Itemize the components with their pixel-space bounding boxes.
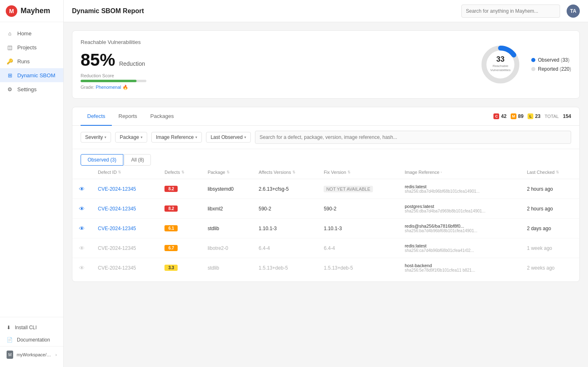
svg-text:Vulnerabilities: Vulnerabilities <box>490 68 511 72</box>
sidebar-label-runs: Runs <box>17 58 30 65</box>
cell-fix: 590-2 <box>317 199 398 219</box>
tab-defects[interactable]: Defects <box>81 107 112 126</box>
cell-score: 8.2 <box>158 199 201 219</box>
cve-id[interactable]: CVE-2024-12345 <box>98 186 136 192</box>
cell-package: stdlib <box>201 219 252 238</box>
reduction-display: 85% Reduction <box>81 50 461 70</box>
table-search-input[interactable] <box>255 131 571 144</box>
cve-id[interactable]: CVE-2024-12345 <box>98 226 136 231</box>
sidebar-install-cli[interactable]: ⬇ Install CLI <box>0 321 63 334</box>
cell-cve: CVE-2024-12345 <box>91 219 158 238</box>
eye-icon[interactable]: 👁 <box>79 186 85 192</box>
score-badge: 6.7 <box>164 245 178 251</box>
sidebar-label-projects: Projects <box>17 44 37 51</box>
medium-badge: M 89 <box>511 113 523 119</box>
table-body: 👁 CVE-2024-12345 8.2 libsystemd0 2.6.13+… <box>72 179 579 278</box>
cve-id[interactable]: CVE-2024-12345 <box>98 245 136 251</box>
cell-cve: CVE-2024-12345 <box>91 238 158 258</box>
image-reference-filter[interactable]: Image Reference ▾ <box>151 132 202 143</box>
eye-icon[interactable]: 👁 <box>79 205 85 212</box>
app-brand: Mayhem <box>21 7 50 15</box>
table-head: Defect ID ⇅ Defects ⇅ Package ⇅ Affects … <box>72 166 579 179</box>
fix-version: 590-2 <box>324 206 336 212</box>
summary-left: Reachable Vulnerabilities 85% Reduction … <box>81 39 461 90</box>
cell-package: stdlib <box>201 258 252 278</box>
cell-score: 3.3 <box>158 258 201 278</box>
defects-table: Defect ID ⇅ Defects ⇅ Package ⇅ Affects … <box>72 166 579 277</box>
cell-image-ref: redis@sha256/ba7816bf8f0... sha256:ba7d4… <box>398 219 520 238</box>
image-reference: redis@sha256/ba7816bf8f0... sha256:ba7d4… <box>405 224 514 233</box>
observed-view-button[interactable]: Observed (3) <box>81 154 123 166</box>
tab-reports[interactable]: Reports <box>112 107 144 126</box>
reduction-bar-fill <box>81 80 137 82</box>
cell-cve: CVE-2024-12345 <box>91 179 158 199</box>
sidebar-header: M Mayhem <box>0 0 63 22</box>
sidebar-documentation[interactable]: 📄 Documentation <box>0 334 63 346</box>
cell-last-checked: 2 hours ago <box>520 199 579 219</box>
score-badge: 8.2 <box>164 205 178 212</box>
fix-unavailable: NOT YET AVAILABLE <box>324 186 373 192</box>
donut-legend: Observed (33) Reported (220) <box>531 57 571 72</box>
summary-card: Reachable Vulnerabilities 85% Reduction … <box>72 30 580 99</box>
th-fix: Fix Version ⇅ <box>317 166 398 179</box>
critical-dot: C <box>493 113 499 119</box>
reported-dot <box>531 67 535 71</box>
table-row: 👁 CVE-2024-12345 8.2 libsystemd0 2.6.13+… <box>72 179 579 199</box>
sidebar-item-settings[interactable]: ⚙ Settings <box>0 82 63 96</box>
cell-score: 8.2 <box>158 179 201 199</box>
th-affects: Affects Versions ⇅ <box>252 166 317 179</box>
score-badge: 3.3 <box>164 265 178 271</box>
th-defects: Defects ⇅ <box>158 166 201 179</box>
summary-title: Reachable Vulnerabilities <box>81 39 461 45</box>
sidebar-footer: ⬇ Install CLI 📄 Documentation M myWorksp… <box>0 317 63 367</box>
sidebar-item-dynamic-sbom[interactable]: ⊞ Dynamic SBOM <box>0 68 63 82</box>
cell-eye: 👁 <box>72 199 91 219</box>
cell-score: 6.7 <box>158 238 201 258</box>
install-cli-label: Install CLI <box>15 325 37 330</box>
sidebar-item-home[interactable]: ⌂ Home <box>0 26 63 40</box>
global-search-input[interactable] <box>461 5 560 18</box>
fix-version: 1.5.13+deb-5 <box>324 265 353 271</box>
all-view-button[interactable]: All (8) <box>124 154 151 166</box>
table-row: 👁 CVE-2024-12345 8.2 libxml2 590-2 590-2… <box>72 199 579 219</box>
table-row: 👁 CVE-2024-12345 3.3 stdlib 1.5.13+deb-5… <box>72 258 579 278</box>
workspace-switcher[interactable]: M myWorkspace/Nam... › <box>0 346 63 363</box>
severity-filter[interactable]: Severity ▾ <box>81 132 111 143</box>
critical-count: 42 <box>501 113 506 119</box>
cell-last-checked: 2 weeks ago <box>520 258 579 278</box>
donut-chart: 33 Reachable Vulnerabilities <box>478 42 523 87</box>
package-filter[interactable]: Package ▾ <box>115 132 147 143</box>
last-observed-filter[interactable]: Last Observed ▾ <box>206 132 251 143</box>
cell-fix: 1.5.13+deb-5 <box>317 258 398 278</box>
score-badge: 8.2 <box>164 186 178 192</box>
user-avatar: TA <box>567 5 580 18</box>
cell-image-ref: host-backend sha256:5e78d9f1f0b101cfea11… <box>398 258 520 278</box>
image-reference: redis:latest sha256:dba7d4b96bf68b101cfe… <box>405 184 514 194</box>
observed-legend-label: Observed (33) <box>538 57 569 63</box>
th-package: Package ⇅ <box>201 166 252 179</box>
critical-badge: C 42 <box>493 113 506 119</box>
grade-link[interactable]: Phenomenal 🔥 <box>96 85 128 90</box>
page-title: Dynamic SBOM Report <box>72 7 455 15</box>
grade-label: Grade: Phenomenal 🔥 <box>81 85 461 90</box>
eye-icon[interactable]: 👁 <box>79 225 85 232</box>
table-row: 👁 CVE-2024-12345 6.7 libotre2-0 6.4-4 6.… <box>72 238 579 258</box>
cell-package: libotre2-0 <box>201 238 252 258</box>
legend-reported: Reported (220) <box>531 66 571 72</box>
cve-id[interactable]: CVE-2024-12345 <box>98 206 136 212</box>
cell-last-checked: 1 week ago <box>520 238 579 258</box>
sidebar-item-runs[interactable]: 🔑 Runs <box>0 54 63 68</box>
cell-fix: 1.10.1-3 <box>317 219 398 238</box>
tab-packages[interactable]: Packages <box>144 107 181 126</box>
cell-affects: 6.4-4 <box>252 238 317 258</box>
observed-dot <box>531 58 535 62</box>
table-header-row: Defect ID ⇅ Defects ⇅ Package ⇅ Affects … <box>72 166 579 179</box>
home-icon: ⌂ <box>7 30 13 37</box>
cell-image-ref: redis:latest sha256:ca7d4b96bf68b01cfea4… <box>398 238 520 258</box>
cve-id[interactable]: CVE-2024-12345 <box>98 265 136 271</box>
sidebar-label-home: Home <box>17 30 32 37</box>
image-reference: redis:latest sha256:ca7d4b96bf68b01cfea4… <box>405 243 514 253</box>
filter-bar: Severity ▾ Package ▾ Image Reference ▾ L… <box>72 126 579 149</box>
reported-legend-label: Reported (220) <box>538 66 571 72</box>
sidebar-item-projects[interactable]: ◫ Projects <box>0 40 63 54</box>
